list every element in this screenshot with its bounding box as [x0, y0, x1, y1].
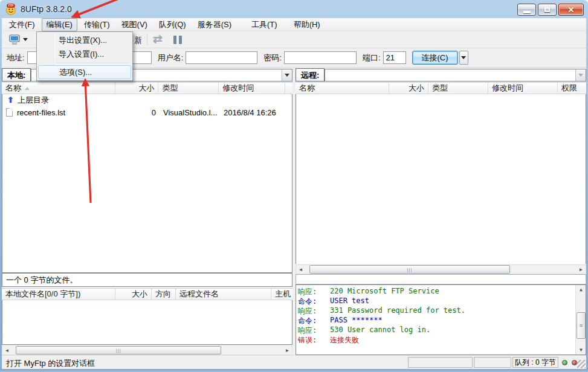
tab-remote[interactable]: 远程:: [296, 68, 325, 82]
connect-button-label: 连接(C): [421, 53, 448, 63]
col-host[interactable]: 主机: [271, 289, 292, 300]
scroll-down-icon[interactable]: ▼: [577, 345, 586, 354]
scroll-left-icon[interactable]: ◄: [296, 265, 305, 274]
chevron-down-icon: [578, 74, 583, 77]
main-area: 本地: 名称 大小 类型 修改时间 ⬆上层目录: [2, 68, 586, 355]
menu-queue[interactable]: 队列(Q): [154, 18, 191, 31]
local-file-list[interactable]: ⬆上层目录 recent-files.lst 0 VisualStudio.l.…: [2, 94, 292, 273]
menu-item-import-settings[interactable]: 导入设置(I)...: [38, 47, 131, 61]
minimize-button[interactable]: [517, 4, 536, 16]
col-local-filename[interactable]: 本地文件名[0/0 字节]): [2, 289, 115, 300]
scroll-right-icon[interactable]: ►: [283, 346, 292, 354]
log-entry: 错误:连接失败: [296, 335, 586, 345]
address-label: 地址:: [7, 53, 25, 63]
col-modified[interactable]: 修改时间: [488, 83, 558, 94]
log-entry: 命令:PASS *******: [296, 316, 586, 326]
close-button[interactable]: ✕: [558, 4, 584, 16]
col-modified[interactable]: 修改时间: [219, 83, 285, 94]
combo-dropdown-button[interactable]: [282, 69, 292, 81]
resize-grip[interactable]: [577, 360, 586, 368]
col-direction[interactable]: 方向: [152, 289, 176, 300]
chevron-down-icon[interactable]: [23, 38, 28, 41]
col-size[interactable]: 大小: [115, 289, 152, 300]
list-item[interactable]: ⬆上层目录: [2, 94, 292, 106]
connect-dropdown-button[interactable]: [459, 51, 468, 65]
col-permissions[interactable]: 权限: [558, 83, 586, 94]
status-led-red-icon: [572, 360, 577, 365]
file-name: recent-files.lst: [17, 108, 65, 117]
scroll-up-icon[interactable]: ▲: [577, 285, 586, 294]
list-item[interactable]: recent-files.lst 0 VisualStudio.l... 201…: [2, 106, 292, 118]
menu-edit[interactable]: 编辑(E): [42, 18, 77, 31]
menu-separator: [56, 63, 130, 63]
scrollbar-thumb[interactable]: ≡: [577, 312, 586, 339]
scrollbar-thumb[interactable]: |||: [309, 265, 510, 274]
chevron-down-icon: [461, 56, 466, 59]
remote-file-list[interactable]: [296, 94, 586, 264]
transfer-icon[interactable]: ⇄: [153, 32, 163, 46]
menu-file[interactable]: 文件(F): [4, 18, 40, 31]
menu-bar: 文件(F) 编辑(E) 传输(T) 视图(V) 队列(Q) 服务器(S) 工具(…: [2, 18, 586, 31]
scroll-left-icon[interactable]: ◄: [2, 346, 11, 354]
log-entry: 命令:USER test: [296, 297, 586, 306]
password-input[interactable]: [284, 51, 357, 64]
minimize-icon: [523, 11, 531, 13]
app-window: FTP 8UFtp 3.8.2.0 ✕ 文件(F) 编辑(E) 传输(T) 视图…: [0, 0, 588, 372]
col-remote-filename[interactable]: 远程文件名: [176, 289, 271, 300]
col-name[interactable]: 名称: [2, 83, 115, 94]
status-bar: 打开 MyFtp 的设置对话框 队列 : 0 字节: [2, 355, 586, 369]
menu-item-options[interactable]: 选项(S)...: [38, 65, 131, 79]
log-entry: 响应:530 User cannot log in.: [296, 326, 586, 335]
menu-view[interactable]: 视图(V): [117, 18, 152, 31]
log-entry: 响应:331 Password required for test.: [296, 306, 586, 316]
port-input[interactable]: [383, 51, 406, 64]
file-type: VisualStudio.l...: [160, 108, 220, 117]
status-panel: [408, 357, 473, 368]
menu-item-export-settings[interactable]: 导出设置(X)...: [38, 33, 131, 47]
file-name: 上层目录: [18, 95, 49, 104]
col-filler: [285, 83, 292, 94]
col-name[interactable]: 名称: [296, 83, 389, 94]
user-input[interactable]: [186, 51, 257, 64]
tab-local[interactable]: 本地:: [2, 68, 31, 82]
status-message: 打开 MyFtp 的设置对话框: [6, 358, 95, 369]
menu-server[interactable]: 服务器(S): [193, 18, 236, 31]
pause-button[interactable]: [173, 36, 182, 44]
menu-tools[interactable]: 工具(T): [247, 18, 282, 31]
log-panel[interactable]: 响应:220 Microsoft FTP Service 命令:USER tes…: [296, 284, 586, 355]
remote-column-headers: 名称 大小 类型 修改时间 权限: [296, 82, 586, 94]
col-type[interactable]: 类型: [158, 83, 219, 94]
scroll-right-icon[interactable]: ►: [577, 265, 586, 274]
restore-button[interactable]: [538, 4, 557, 16]
user-label: 用户名:: [158, 53, 184, 63]
local-panel: 本地: 名称 大小 类型 修改时间 ⬆上层目录: [2, 68, 292, 355]
title-bar[interactable]: FTP 8UFtp 3.8.2.0 ✕: [0, 0, 588, 18]
window-bottom-border: [0, 369, 588, 372]
combo-dropdown-button: [575, 69, 586, 81]
queue-size-panel: 队列 : 0 字节: [512, 357, 558, 368]
close-icon: ✕: [568, 6, 575, 14]
menu-transfer[interactable]: 传输(T): [79, 18, 115, 31]
local-column-headers: 名称 大小 类型 修改时间: [2, 82, 292, 94]
connect-button[interactable]: 连接(C): [412, 51, 458, 65]
refresh-button-partial[interactable]: 新: [134, 35, 142, 46]
log-vertical-scrollbar[interactable]: ▲ ≡ ▼: [575, 285, 586, 354]
scrollbar-thumb[interactable]: |||: [16, 346, 221, 354]
pause-icon: [173, 36, 176, 44]
port-label: 端口:: [363, 53, 381, 63]
queue-column-headers: 本地文件名[0/0 字节]) 大小 方向 远程文件名 主机: [2, 288, 292, 300]
col-size[interactable]: 大小: [389, 83, 428, 94]
password-label: 密码:: [263, 53, 282, 63]
connect-site-button[interactable]: [5, 33, 30, 47]
app-icon: FTP: [5, 3, 17, 15]
col-type[interactable]: 类型: [428, 83, 488, 94]
queue-horizontal-scrollbar[interactable]: ◄ ||| ►: [2, 345, 292, 355]
restore-icon: [544, 7, 550, 12]
menu-help[interactable]: 帮助(H): [289, 18, 325, 31]
transfer-queue-list[interactable]: [2, 300, 292, 345]
col-size[interactable]: 大小: [115, 83, 159, 94]
remote-horizontal-scrollbar[interactable]: ◄ ||| ►: [296, 265, 586, 274]
status-panel: [474, 357, 511, 368]
remote-path-combobox[interactable]: [325, 69, 586, 82]
file-size: 0: [116, 108, 160, 117]
